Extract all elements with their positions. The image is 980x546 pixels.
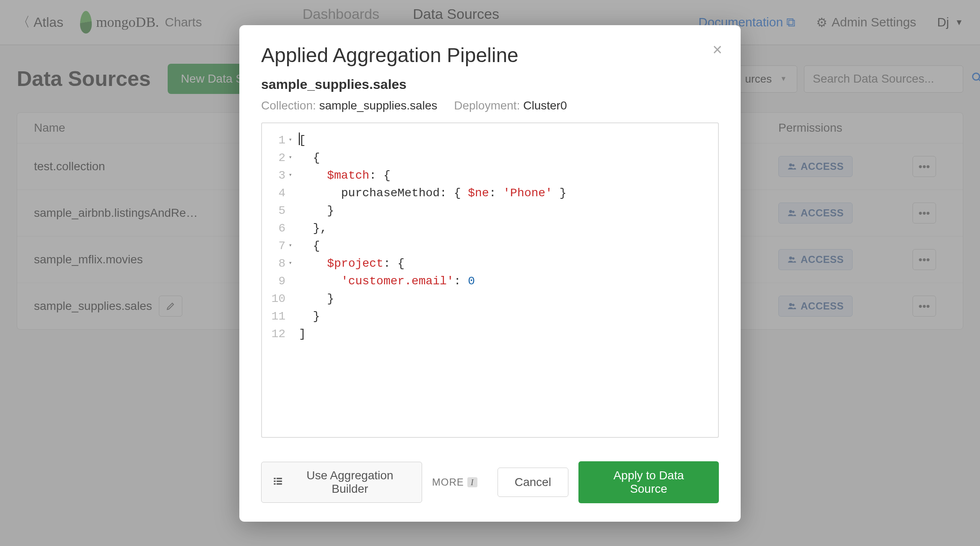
svg-rect-12 <box>274 480 275 481</box>
modal-title: Applied Aggregation Pipeline <box>261 44 719 67</box>
close-icon[interactable]: × <box>713 41 722 58</box>
pipeline-code-editor[interactable]: 1▾2▾3▾4567▾8▾9101112 [ { $match: { purch… <box>261 122 719 438</box>
modal-overlay: × Applied Aggregation Pipeline sample_su… <box>0 0 980 546</box>
apply-button[interactable]: Apply to Data Source <box>578 461 719 503</box>
use-aggregation-builder-button[interactable]: Use Aggregation Builder <box>261 462 422 503</box>
aggregation-pipeline-modal: × Applied Aggregation Pipeline sample_su… <box>239 25 741 522</box>
svg-rect-15 <box>277 483 282 484</box>
svg-rect-10 <box>274 478 275 479</box>
svg-rect-13 <box>277 480 282 481</box>
info-icon: i <box>467 477 477 487</box>
collection-value: sample_supplies.sales <box>319 99 438 112</box>
deployment-label: Deployment: <box>454 99 520 112</box>
cancel-button[interactable]: Cancel <box>498 468 568 497</box>
more-info[interactable]: More i <box>432 476 477 488</box>
list-icon <box>272 476 283 489</box>
svg-rect-14 <box>274 483 275 484</box>
svg-rect-11 <box>277 478 282 479</box>
modal-subtitle: sample_supplies.sales <box>261 77 719 92</box>
collection-label: Collection: <box>261 99 316 112</box>
deployment-value: Cluster0 <box>523 99 567 112</box>
